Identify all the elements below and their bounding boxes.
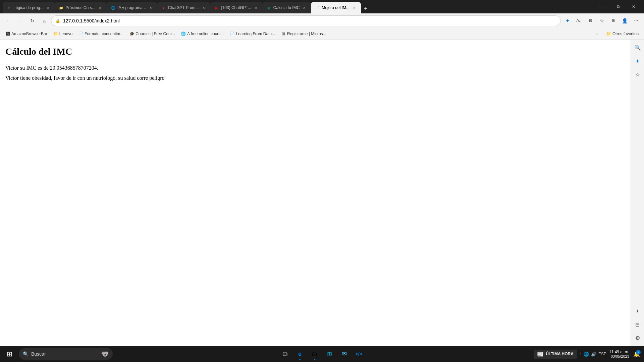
bookmark-label-free-online: A free online cours... (187, 32, 224, 36)
tab-label-mejora: Mejora del IM... (322, 5, 350, 10)
tab-label-chatgpt-prom: ChatGPT Prom... (168, 5, 199, 10)
address-bar[interactable]: 🔒 127.0.0.1:5500/index2.html (51, 15, 561, 26)
add-favorites-button[interactable]: ☆ (596, 15, 607, 26)
new-tab-button[interactable]: + (361, 4, 370, 13)
bookmark-icon-registrarse: ⊞ (281, 32, 286, 36)
bookmark-free-online[interactable]: 🌐 A free online cours... (178, 30, 226, 38)
forward-button[interactable]: → (15, 15, 25, 26)
bookmarks-bar: 🅰 AmazonBrowserBar 📁 Lenovo 📄 Formato_co… (0, 28, 644, 40)
bookmark-learning[interactable]: 📄 Learning From Data... (227, 30, 278, 38)
taskbar-search-placeholder: Buscar (31, 351, 46, 357)
profile-button[interactable]: 👤 (619, 15, 630, 26)
tab-favicon-ia: 🌐 (111, 5, 115, 10)
sidebar-favorites-icon[interactable]: ☆ (632, 69, 643, 80)
notification-button[interactable]: 🔔 1 (632, 349, 641, 359)
copilot-toolbar-button[interactable]: ✦ (562, 15, 573, 26)
reload-button[interactable]: ↻ (27, 15, 38, 26)
bookmark-amazon[interactable]: 🅰 AmazonBrowserBar (3, 30, 50, 38)
tab-close-youtube[interactable]: ✕ (253, 5, 259, 10)
tab-favicon-cursos: 📁 (59, 5, 63, 10)
bookmark-label-registrarse: Registrarse | Micros... (287, 32, 326, 36)
taskbar-search-bar[interactable]: 🔍 Buscar 🐨 (19, 348, 113, 360)
sidebar-settings-icon[interactable]: ⚙ (632, 333, 643, 343)
browser-window: A Lógica de prog... ✕ 📁 Próximos Curs...… (0, 0, 644, 362)
clock-time: 11:49 a. m. (609, 350, 629, 354)
tab-cursos[interactable]: 📁 Próximos Curs... ✕ (55, 2, 107, 13)
notification-badge: 1 (636, 350, 641, 355)
back-button[interactable]: ← (3, 15, 13, 26)
bookmark-courses[interactable]: 🎓 Courses | Free Cour... (127, 30, 178, 38)
sidebar-copilot-icon[interactable]: ✦ (632, 56, 643, 66)
minimize-button[interactable]: — (595, 0, 610, 13)
taskbar-center-apps: ⧉ e 🗂 ⊞ ✉ </> (278, 347, 366, 361)
tab-mejora[interactable]: 📄 Mejora del IM... ✕ (311, 2, 361, 13)
tab-ia[interactable]: 🌐 IA y programa... ✕ (107, 2, 157, 13)
taskbar-clock[interactable]: 11:49 a. m. 03/05/2023 (609, 350, 629, 358)
clock-date: 03/05/2023 (611, 354, 629, 358)
bookmark-icon-courses: 🎓 (129, 32, 134, 36)
taskbar-news-widget[interactable]: 📰 ÚLTIMA HORA (534, 350, 577, 359)
taskbar-edge[interactable]: e (293, 347, 307, 361)
bookmark-icon-lenovo: 📁 (53, 32, 58, 36)
taskbar-file-explorer[interactable]: 🗂 (308, 347, 321, 361)
taskbar-vscode[interactable]: </> (352, 347, 366, 361)
taskbar-store[interactable]: ⊞ (323, 347, 336, 361)
page-title: Cálculo del IMC (5, 46, 625, 57)
window-controls: — ⧉ ✕ (595, 0, 641, 13)
vscode-icon: </> (356, 351, 362, 357)
tray-network-icon[interactable]: 🌐 (584, 352, 589, 357)
home-button[interactable]: ⌂ (39, 15, 50, 26)
imc-result: Victor su IMC es de 29.954368578707204. (5, 65, 625, 71)
tab-youtube[interactable]: ▶ (103) ChatGPT... ✕ (210, 2, 263, 13)
taskbar-task-view[interactable]: ⧉ (278, 347, 292, 361)
tab-calcula[interactable]: ◉ Calcula tu IMC ✕ (263, 2, 311, 13)
bookmarks-more-button[interactable]: › (592, 28, 602, 39)
close-button[interactable]: ✕ (626, 0, 641, 13)
tab-chatgpt-prom[interactable]: ● ChatGPT Prom... ✕ (157, 2, 210, 13)
mail-icon: ✉ (342, 350, 347, 358)
tray-show-hidden-icon[interactable]: ^ (580, 352, 582, 357)
immersive-reader-button[interactable]: ⊡ (585, 15, 596, 26)
bookmark-label-formato: Formato_consentim... (85, 32, 123, 36)
tab-close-ia[interactable]: ✕ (148, 5, 153, 10)
address-lock-icon: 🔒 (55, 18, 60, 23)
tab-favicon-calcula: ◉ (267, 5, 271, 10)
page-content: Cálculo del IMC Victor su IMC es de 29.9… (0, 40, 631, 346)
bookmark-icon-free-online: 🌐 (181, 32, 186, 36)
bookmark-lenovo[interactable]: 📁 Lenovo (51, 30, 75, 38)
sidebar-plus-icon[interactable]: + (632, 306, 643, 316)
taskbar-news-label: ÚLTIMA HORA (546, 352, 574, 356)
toolbar-right-buttons: ✦ Aa ⊡ ☆ ⊞ 👤 ··· (562, 15, 641, 26)
tray-language-label[interactable]: ESP (598, 352, 606, 356)
bookmark-icon-amazon: 🅰 (5, 32, 10, 36)
navigation-toolbar: ← → ↻ ⌂ 🔒 127.0.0.1:5500/index2.html ✦ A… (0, 13, 644, 28)
bookmark-registrarse[interactable]: ⊞ Registrarse | Micros... (278, 30, 329, 38)
more-options-button[interactable]: ··· (631, 15, 641, 26)
start-button[interactable]: ⊞ (3, 347, 16, 361)
maximize-button[interactable]: ⧉ (610, 0, 626, 13)
tab-close-mejora[interactable]: ✕ (352, 5, 357, 10)
tab-close-cursos[interactable]: ✕ (97, 5, 103, 10)
read-aloud-button[interactable]: Aa (574, 15, 584, 26)
tab-favicon-chatgpt-prom: ● (161, 5, 166, 10)
tab-close-chatgpt-prom[interactable]: ✕ (201, 5, 206, 10)
bookmark-label-amazon: AmazonBrowserBar (11, 32, 47, 36)
tab-close-calcula[interactable]: ✕ (302, 5, 307, 10)
tray-volume-icon[interactable]: 🔊 (591, 352, 596, 357)
bookmark-label-courses: Courses | Free Cour... (136, 32, 175, 36)
diagnosis-result: Victor tiene obesidad, favor de ir con u… (5, 75, 625, 81)
taskbar-mail[interactable]: ✉ (337, 347, 351, 361)
file-explorer-icon: 🗂 (312, 351, 318, 358)
taskbar-right: 📰 ÚLTIMA HORA ^ 🌐 🔊 ESP 11:49 a. m. 03/0… (534, 349, 641, 359)
tab-logica[interactable]: A Lógica de prog... ✕ (3, 2, 55, 13)
bookmarks-more: › 📁 Otros favoritos (592, 28, 641, 39)
sidebar-layout-icon[interactable]: ⊟ (632, 319, 643, 330)
tab-label-calcula: Calcula tu IMC (273, 5, 300, 10)
tab-close-logica[interactable]: ✕ (45, 5, 51, 10)
sidebar-search-icon[interactable]: 🔍 (632, 42, 643, 53)
collections-button[interactable]: ⊞ (608, 15, 619, 26)
bookmark-formato[interactable]: 📄 Formato_consentim... (76, 30, 126, 38)
bookmark-otros-favoritos[interactable]: 📁 Otros favoritos (604, 30, 641, 38)
edge-sidebar: 🔍 ✦ ☆ + ⊟ ⚙ (631, 40, 644, 346)
edge-icon: e (298, 351, 302, 358)
